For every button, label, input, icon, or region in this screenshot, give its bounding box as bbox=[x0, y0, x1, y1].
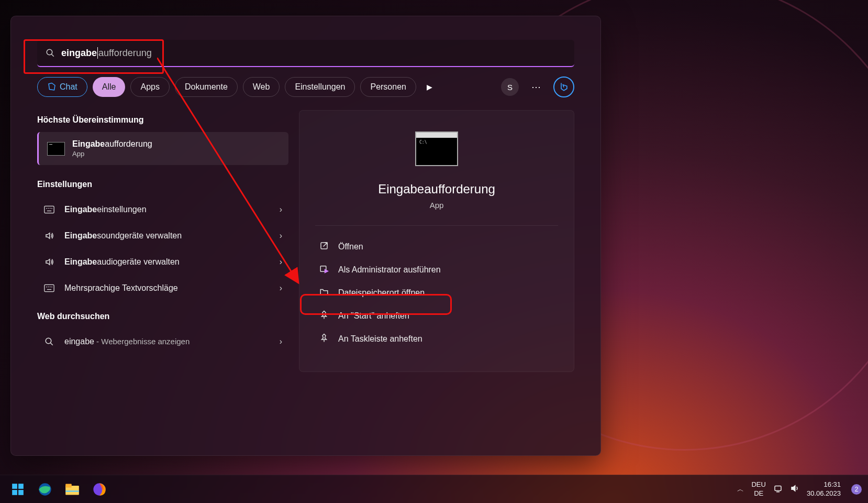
sound-icon bbox=[43, 231, 55, 240]
search-text: eingabeaufforderung bbox=[61, 47, 152, 59]
keyboard-icon bbox=[43, 284, 55, 292]
pin-icon bbox=[319, 333, 329, 345]
tray-chevron-up-icon[interactable]: ︿ bbox=[737, 485, 744, 494]
filter-more-icon[interactable]: ▶ bbox=[421, 83, 438, 91]
web-search-item[interactable]: eingabe - Webergebnisse anzeigen › bbox=[37, 329, 288, 355]
svg-rect-25 bbox=[65, 484, 72, 487]
best-match-item[interactable]: Eingabeaufforderung App bbox=[37, 132, 288, 165]
svg-line-1 bbox=[51, 54, 54, 57]
svg-rect-8 bbox=[44, 285, 54, 291]
filter-people[interactable]: Personen bbox=[360, 77, 416, 97]
filter-row: Chat Alle Apps Dokumente Web Einstellung… bbox=[11, 67, 600, 97]
start-search-panel: eingabeaufforderung Chat Alle Apps Dokum… bbox=[10, 16, 601, 456]
start-button[interactable] bbox=[6, 478, 29, 501]
clock[interactable]: 16:3130.06.2023 bbox=[807, 480, 844, 498]
svg-point-0 bbox=[47, 49, 52, 55]
settings-header: Einstellungen bbox=[37, 174, 288, 196]
svg-rect-21 bbox=[12, 490, 17, 495]
search-icon bbox=[46, 48, 55, 58]
edge-browser-icon[interactable] bbox=[34, 478, 57, 501]
preview-action-folder[interactable]: Dateispeicherort öffnen bbox=[315, 281, 558, 304]
settings-result-item[interactable]: Eingabeaudiogeräte verwalten› bbox=[37, 249, 288, 275]
preview-action-admin[interactable]: Als Administrator ausführen bbox=[315, 258, 558, 281]
results-left-column: Höchste Übereinstimmung Eingabeaufforder… bbox=[37, 110, 288, 372]
svg-rect-26 bbox=[65, 490, 79, 491]
svg-line-15 bbox=[50, 343, 53, 345]
filter-chat[interactable]: Chat bbox=[37, 77, 87, 97]
preview-title: Eingabeaufforderung bbox=[315, 182, 558, 196]
pin-icon bbox=[319, 310, 329, 322]
settings-result-item[interactable]: Mehrsprachige Textvorschläge› bbox=[37, 275, 288, 301]
filter-settings[interactable]: Einstellungen bbox=[285, 77, 355, 97]
svg-rect-19 bbox=[12, 484, 17, 489]
bing-chat-icon[interactable] bbox=[553, 76, 574, 97]
search-input[interactable]: eingabeaufforderung bbox=[37, 40, 574, 67]
preview-pane: Eingabeaufforderung App ÖffnenAls Admini… bbox=[299, 110, 574, 372]
file-explorer-icon[interactable] bbox=[61, 478, 84, 501]
volume-icon[interactable] bbox=[790, 484, 799, 495]
svg-point-14 bbox=[46, 338, 51, 344]
svg-rect-28 bbox=[775, 486, 781, 491]
preview-action-pin[interactable]: An Taskleiste anheften bbox=[315, 327, 558, 351]
more-options-icon[interactable]: ⋯ bbox=[531, 81, 541, 93]
svg-rect-2 bbox=[44, 206, 54, 213]
svg-rect-20 bbox=[18, 484, 24, 489]
taskbar: ︿ DEUDE 16:3130.06.2023 2 bbox=[0, 475, 868, 503]
language-indicator[interactable]: DEUDE bbox=[751, 480, 765, 498]
best-match-header: Höchste Übereinstimmung bbox=[37, 110, 288, 132]
search-icon bbox=[43, 337, 55, 346]
keyboard-icon bbox=[43, 205, 55, 214]
admin-icon bbox=[319, 264, 329, 276]
web-search-header: Web durchsuchen bbox=[37, 307, 288, 329]
chevron-right-icon: › bbox=[280, 283, 282, 293]
folder-icon bbox=[319, 287, 329, 299]
preview-action-pin[interactable]: An "Start" anheften bbox=[315, 304, 558, 327]
preview-action-open[interactable]: Öffnen bbox=[315, 235, 558, 258]
settings-result-item[interactable]: Eingabesoundgeräte verwalten› bbox=[37, 223, 288, 249]
filter-all[interactable]: Alle bbox=[93, 77, 126, 97]
preview-subtitle: App bbox=[315, 201, 558, 210]
chevron-right-icon: › bbox=[280, 231, 282, 240]
network-icon[interactable] bbox=[773, 484, 783, 495]
firefox-icon[interactable] bbox=[88, 478, 111, 501]
preview-app-icon bbox=[415, 132, 458, 166]
open-icon bbox=[319, 241, 329, 253]
cmd-prompt-icon bbox=[47, 142, 65, 156]
user-avatar[interactable]: S bbox=[501, 78, 519, 96]
chevron-right-icon: › bbox=[280, 337, 282, 346]
notification-badge[interactable]: 2 bbox=[851, 484, 862, 495]
svg-rect-22 bbox=[18, 490, 24, 495]
chevron-right-icon: › bbox=[280, 257, 282, 267]
filter-web[interactable]: Web bbox=[243, 77, 280, 97]
chevron-right-icon: › bbox=[280, 205, 282, 214]
filter-documents[interactable]: Dokumente bbox=[175, 77, 238, 97]
filter-apps[interactable]: Apps bbox=[130, 77, 169, 97]
sound-icon bbox=[43, 257, 55, 267]
settings-result-item[interactable]: Eingabeeinstellungen› bbox=[37, 196, 288, 223]
